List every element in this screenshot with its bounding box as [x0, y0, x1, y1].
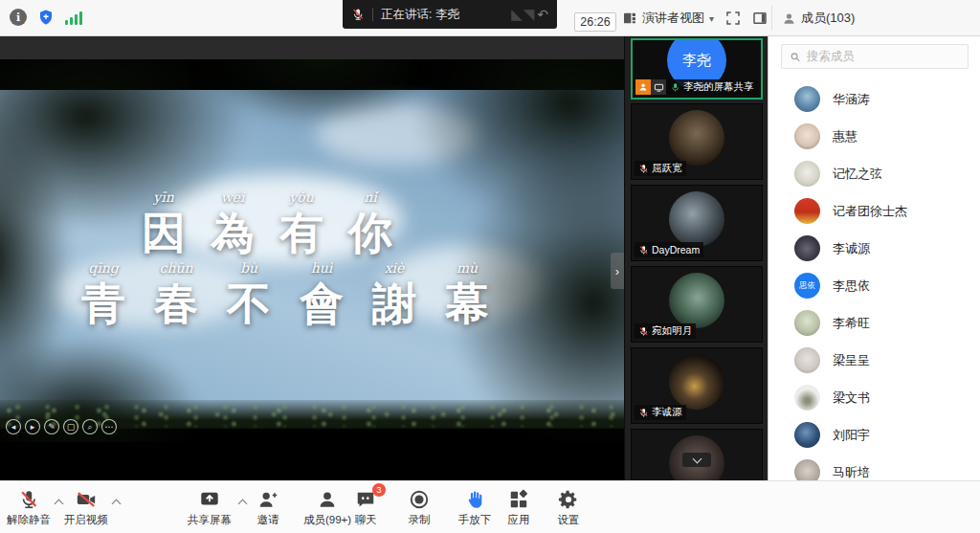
member-name: 华涵涛	[833, 91, 870, 108]
avatar	[669, 191, 724, 247]
network-signal-icon[interactable]	[65, 10, 82, 25]
member-name: 梁文书	[833, 389, 870, 407]
meeting-security-shield-icon[interactable]	[37, 9, 55, 26]
muted-mic-icon	[638, 408, 649, 418]
more-options-icon[interactable]: ⋯	[101, 419, 117, 434]
lyric-char: qīng青	[78, 260, 128, 329]
thumbnail-label: 李尧的屏幕共享	[635, 79, 758, 95]
share-screen-icon	[198, 489, 221, 510]
participant-name: 屈跃宽	[652, 162, 682, 175]
search-icon	[790, 51, 801, 63]
thumbnail-participant[interactable]: DayDream	[631, 185, 763, 261]
member-name: 记者团徐士杰	[833, 203, 907, 220]
participant-thumbnails-strip: 李尧 李尧的屏幕共享 屈跃宽	[624, 36, 768, 480]
muted-mic-icon	[638, 245, 649, 255]
member-name: 记忆之弦	[833, 166, 882, 183]
undo-arrow-icon: ↶	[537, 7, 548, 22]
thumbnail-active-speaker[interactable]: 李尧 李尧的屏幕共享	[631, 38, 763, 100]
top-bar: i 正在讲话: 李尧 ◣ ◥ ↶ 26:26 演讲者视图 ▾	[0, 0, 980, 36]
lyric-char: yǒu有	[277, 189, 326, 258]
member-name: 马昕培	[833, 464, 870, 481]
thumbnail-participant-partial[interactable]	[631, 429, 763, 480]
collapse-thumbnails-tab[interactable]: ›	[611, 253, 624, 289]
avatar	[794, 385, 820, 411]
avatar	[794, 347, 820, 373]
invite-button[interactable]: 邀请	[234, 488, 301, 527]
screenshot-icon[interactable]: ▢	[63, 419, 78, 434]
lyric-char: wéi為	[208, 189, 257, 258]
shared-screen-stage: yīn因 wéi為 yǒu有 nǐ你 qīng青 chūn春 bù不 huì會 …	[0, 36, 624, 480]
meeting-info-icon[interactable]: i	[10, 9, 27, 26]
pen-icon[interactable]: ✎	[44, 419, 59, 434]
participant-name: 宛如明月	[652, 324, 692, 338]
scroll-thumbnails-down-button[interactable]	[682, 453, 711, 467]
member-search-box[interactable]	[781, 44, 969, 69]
member-row[interactable]: 记者团徐士杰	[768, 192, 980, 230]
member-row[interactable]: 思依李思依	[768, 267, 980, 304]
magnifier-icon[interactable]: ⌕	[82, 419, 98, 434]
settings-button[interactable]: 设置	[535, 488, 602, 527]
member-row[interactable]: 李诚源	[768, 230, 980, 267]
fullscreen-icon[interactable]	[724, 10, 742, 27]
start-video-button[interactable]: 开启视频	[53, 488, 120, 527]
members-count-label: 成员(103)	[801, 10, 855, 27]
muted-mic-icon	[18, 489, 39, 510]
chevron-down-icon	[692, 454, 702, 463]
active-mic-icon	[670, 82, 680, 93]
member-list: 华涵涛 惠慧 记忆之弦 记者团徐士杰 李诚源 思依李思依 李希旺 梁呈呈 梁文书…	[768, 80, 980, 480]
muted-mic-icon	[638, 164, 649, 174]
members-panel-header: 成员(103)	[782, 10, 855, 27]
member-row[interactable]: 刘阳宇	[768, 416, 980, 454]
speaker-view-icon	[622, 11, 637, 26]
meeting-app-window: i 正在讲话: 李尧 ◣ ◥ ↶ 26:26 演讲者视图 ▾	[0, 0, 980, 533]
participant-name: DayDream	[652, 244, 700, 255]
muted-mic-icon	[638, 326, 649, 337]
share-screen-button[interactable]: 共享屏幕	[176, 488, 243, 527]
avatar	[794, 422, 820, 448]
shared-video-content: yīn因 wéi為 yǒu有 nǐ你 qīng青 chūn春 bù不 huì會 …	[0, 59, 624, 442]
members-panel: 华涵涛 惠慧 记忆之弦 记者团徐士杰 李诚源 思依李思依 李希旺 梁呈呈 梁文书…	[768, 36, 980, 480]
lyric-char: chūn春	[151, 260, 201, 329]
search-input[interactable]	[807, 50, 960, 63]
view-mode-dropdown[interactable]: 演讲者视图 ▾	[622, 9, 714, 28]
member-row[interactable]: 梁文书	[768, 379, 980, 416]
divider	[771, 6, 772, 31]
member-row[interactable]: 惠慧	[768, 118, 980, 155]
lyric-line-2: qīng青 chūn春 bù不 huì會 xiè謝 mù幕	[78, 260, 492, 329]
thumbnail-participant[interactable]: 宛如明月	[631, 266, 763, 343]
side-panel-layout-icon[interactable]	[751, 10, 768, 27]
member-row[interactable]: 华涵涛	[768, 80, 980, 118]
avatar	[669, 273, 724, 328]
prev-arrow-icon[interactable]: ◂	[6, 419, 21, 434]
member-row[interactable]: 记忆之弦	[768, 155, 980, 192]
member-row[interactable]: 李希旺	[768, 304, 980, 342]
thumbnail-participant[interactable]: 屈跃宽	[631, 103, 763, 180]
watermark-shape-icon: ◥	[523, 6, 535, 23]
raised-hand-icon	[464, 489, 485, 510]
avatar	[669, 354, 724, 410]
lyric-char: huì會	[297, 260, 346, 329]
annotation-toolbar: ◂ ▸ ✎ ▢ ⌕ ⋯	[6, 419, 117, 434]
member-name: 梁呈呈	[833, 352, 870, 369]
speaking-status-label: 正在讲话: 李尧	[381, 7, 459, 23]
avatar	[794, 161, 820, 187]
avatar	[794, 198, 820, 224]
member-row[interactable]: 梁呈呈	[768, 342, 980, 379]
avatar	[794, 235, 820, 261]
member-name: 李思依	[833, 278, 870, 295]
avatar	[794, 123, 820, 149]
record-icon	[409, 489, 430, 510]
watermark-shape-icon: ◣	[511, 6, 523, 23]
member-row[interactable]: 马昕培	[768, 454, 980, 480]
avatar: 思依	[794, 273, 820, 299]
thumbnail-participant[interactable]: 李诚源	[631, 347, 763, 424]
stage-top-strip	[0, 36, 624, 59]
next-arrow-icon[interactable]: ▸	[25, 419, 40, 434]
meeting-timer: 26:26	[574, 12, 616, 32]
bottom-toolbar: 解除静音 开启视频 共享屏幕 邀请 成员(99+) 3 聊天	[0, 480, 980, 533]
member-name: 惠慧	[833, 128, 858, 145]
invite-person-icon	[256, 489, 279, 510]
topbar-status-icons: i	[10, 9, 82, 26]
camera-off-icon	[75, 489, 98, 510]
lyric-char: nǐ你	[345, 189, 395, 258]
